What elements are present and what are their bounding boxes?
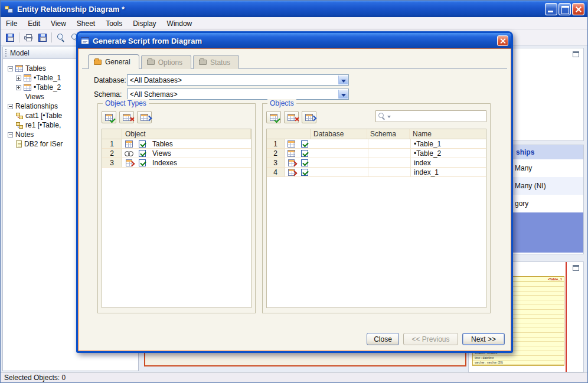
- name-cell: •Table_2: [411, 149, 486, 158]
- invert-selection-button[interactable]: [302, 111, 316, 123]
- table-header: Database Schema Name: [267, 129, 486, 139]
- check-all-button[interactable]: [266, 111, 281, 123]
- check-all-button[interactable]: [102, 111, 116, 123]
- app-icon: [5, 6, 9, 9]
- expand-icon[interactable]: [16, 76, 21, 81]
- table-row[interactable]: 1 Tables: [102, 139, 251, 149]
- name-cell: index_1: [411, 168, 486, 176]
- menu-bar: File Edit View Sheet Tools Display Windo…: [1, 17, 587, 30]
- search-input[interactable]: [393, 112, 484, 120]
- tables-checkbox[interactable]: [139, 140, 146, 148]
- object-checkbox[interactable]: [301, 159, 308, 166]
- schema-cell: [368, 168, 411, 176]
- folder-icon: [199, 60, 207, 65]
- table-icon: [288, 150, 295, 157]
- uncheck-all-button[interactable]: [284, 111, 299, 123]
- schema-selected-value: <All Schemas>: [130, 90, 178, 99]
- close-dialog-button[interactable]: Close: [367, 333, 399, 345]
- collapse-icon[interactable]: [8, 66, 13, 71]
- schema-label: Schema:: [94, 90, 122, 99]
- expand-icon[interactable]: [16, 85, 21, 90]
- views-checkbox[interactable]: [139, 150, 146, 157]
- selection-border-line: [566, 262, 567, 372]
- object-types-group: Object Types Object 1 Tables: [97, 103, 256, 313]
- table-row[interactable]: 2 Views: [102, 149, 251, 158]
- objects-group: Objects Database Schema Name: [262, 103, 491, 313]
- tab-strip: General Options Status: [88, 55, 241, 70]
- indexes-checkbox[interactable]: [139, 159, 146, 166]
- table-icon: [125, 140, 133, 148]
- header-object-column: Object: [122, 129, 251, 139]
- next-button[interactable]: Next >>: [462, 333, 505, 345]
- search-icon: [378, 113, 386, 120]
- row-number: 2: [102, 149, 122, 158]
- object-checkbox[interactable]: [301, 140, 308, 148]
- print-button[interactable]: [21, 31, 35, 44]
- table-row[interactable]: 3 Indexes: [102, 158, 251, 168]
- header-name-column: Name: [410, 129, 486, 139]
- table-icon: [24, 74, 31, 81]
- table-row[interactable]: 4 index_1: [267, 168, 486, 177]
- header-number-column: [267, 129, 311, 139]
- tab-label: General: [105, 58, 130, 66]
- database-cell: [312, 168, 368, 176]
- name-cell: •Table_1: [411, 139, 486, 148]
- close-button[interactable]: [572, 3, 584, 15]
- database-select[interactable]: <All Databases>: [127, 74, 349, 86]
- object-checkbox[interactable]: [301, 169, 308, 176]
- menu-view[interactable]: View: [45, 18, 71, 30]
- schema-cell: [368, 139, 411, 148]
- uncheck-all-button[interactable]: [119, 111, 134, 123]
- tab-general[interactable]: General: [88, 54, 139, 69]
- menu-display[interactable]: Display: [128, 18, 161, 30]
- toolbar-separator: [51, 32, 52, 42]
- minimize-button[interactable]: [545, 3, 557, 15]
- object-search-box: [375, 110, 486, 122]
- print-icon: [24, 36, 32, 40]
- panel-restore-icon[interactable]: [573, 51, 579, 57]
- tree-node-label: Views: [25, 93, 44, 101]
- object-types-table: Object 1 Tables 2 Views: [102, 129, 251, 308]
- table-row[interactable]: 1 •Table_1: [267, 139, 486, 149]
- panel-restore-icon[interactable]: [573, 265, 579, 271]
- maximize-button[interactable]: [558, 3, 571, 15]
- toolbar-separator: [19, 32, 19, 42]
- collapse-icon[interactable]: [8, 104, 13, 109]
- uncheck-all-icon: [123, 114, 130, 121]
- schema-select[interactable]: <All Schemas>: [127, 89, 349, 100]
- tree-node-label: Tables: [25, 64, 46, 73]
- invert-selection-button[interactable]: [137, 111, 152, 123]
- search-options-chevron-icon[interactable]: [387, 116, 391, 120]
- save-button[interactable]: [3, 31, 17, 44]
- object-types-title: Object Types: [103, 99, 149, 107]
- chevron-down-icon[interactable]: [338, 90, 348, 99]
- menu-window[interactable]: Window: [162, 18, 198, 30]
- schema-cell: [368, 158, 411, 167]
- menu-sheet[interactable]: Sheet: [71, 18, 100, 30]
- table-row[interactable]: 2 •Table_2: [267, 149, 486, 158]
- menu-edit[interactable]: Edit: [22, 18, 45, 30]
- menu-file[interactable]: File: [1, 18, 22, 30]
- dialog-title-bar: Generate Script from Diagram: [78, 33, 511, 48]
- row-number: 1: [102, 139, 122, 148]
- chevron-down-icon[interactable]: [338, 76, 348, 84]
- save-icon: [6, 34, 14, 42]
- previous-button[interactable]: << Previous: [403, 333, 458, 345]
- row-number: 3: [267, 158, 285, 167]
- export-button[interactable]: [35, 31, 50, 44]
- tab-options[interactable]: Options: [141, 55, 191, 69]
- objects-toolbar: [266, 111, 316, 123]
- tab-status[interactable]: Status: [193, 55, 239, 69]
- object-checkbox[interactable]: [301, 150, 308, 157]
- dialog-close-button[interactable]: [497, 35, 508, 46]
- database-cell: [312, 149, 368, 158]
- invert-selection-icon: [305, 114, 313, 121]
- drag-grip-icon[interactable]: [5, 49, 7, 57]
- dialog-icon: [81, 37, 89, 44]
- title-bar: Entity Relationship Diagram *: [1, 1, 587, 17]
- row-number: 1: [267, 139, 285, 148]
- zoom-in-button[interactable]: [54, 31, 68, 44]
- table-row[interactable]: 3 index: [267, 158, 486, 168]
- menu-tools[interactable]: Tools: [100, 18, 128, 30]
- collapse-icon[interactable]: [8, 132, 13, 138]
